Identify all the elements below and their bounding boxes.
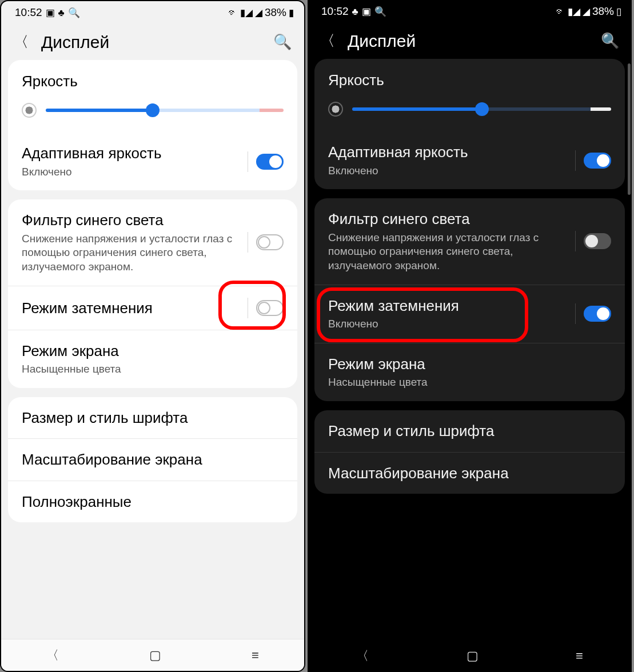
- brightness-slider[interactable]: [352, 107, 611, 111]
- bluefilter-toggle[interactable]: [584, 233, 611, 249]
- card-brightness: Яркость Адаптивная яркость Включено: [8, 60, 297, 190]
- card-font: Размер и стиль шрифта Масштабирование эк…: [314, 410, 625, 494]
- zoom-title: Масштабирование экрана: [328, 464, 611, 483]
- battery-pct: 38%: [592, 5, 614, 18]
- brightness-title: Яркость: [328, 71, 611, 89]
- nav-back-icon[interactable]: 〈: [46, 647, 59, 664]
- brightness-title: Яркость: [22, 73, 284, 90]
- card-display-options: Фильтр синего света Снижение напряжения …: [8, 199, 297, 388]
- row-brightness[interactable]: Яркость: [314, 59, 625, 131]
- brightness-thumb[interactable]: [475, 102, 489, 116]
- search-icon[interactable]: 🔍: [601, 32, 619, 50]
- usb-icon: ♣: [352, 7, 358, 17]
- usb-icon: ♣: [58, 8, 65, 18]
- battery-icon: ▮: [289, 8, 294, 18]
- bluefilter-sub: Снижение напряжения и усталости глаз с п…: [22, 232, 243, 274]
- row-zoom[interactable]: Масштабирование экрана: [8, 438, 297, 481]
- phone-dark: 10:52 ♣ ▣ 🔍 ᯤ ▮◢ ◢ 38% ▯ 〈 Дисплей 🔍 Ярк…: [308, 0, 632, 672]
- settings-content: Яркость Адаптивная яркость Включено: [308, 57, 632, 640]
- screenmode-title: Режим экрана: [22, 342, 284, 361]
- status-bar: 10:52 ♣ ▣ 🔍 ᯤ ▮◢ ◢ 38% ▯: [308, 0, 632, 23]
- adaptive-title: Адаптивная яркость: [22, 144, 243, 163]
- zoom-title: Масштабирование экрана: [22, 450, 284, 469]
- darkmode-title: Режим затемнения: [328, 297, 571, 315]
- darkmode-toggle[interactable]: [256, 300, 284, 316]
- header: 〈 Дисплей 🔍: [1, 24, 304, 58]
- divider: [575, 231, 576, 251]
- bluefilter-toggle[interactable]: [256, 234, 284, 250]
- row-screen-mode[interactable]: Режим экрана Насыщенные цвета: [314, 343, 625, 401]
- row-blue-filter[interactable]: Фильтр синего света Снижение напряжения …: [8, 199, 297, 286]
- phone-light: 10:52 ▣ ♣ 🔍 ᯤ ▮◢ ◢ 38% ▮ 〈 Дисплей 🔍 Ярк…: [0, 0, 305, 672]
- nav-recent-icon[interactable]: ≡: [576, 649, 583, 663]
- nav-home-icon[interactable]: ▢: [466, 649, 479, 663]
- search-status-icon: 🔍: [68, 8, 80, 18]
- fullscreen-title: Полноэкранные: [22, 493, 284, 511]
- darkmode-toggle[interactable]: [584, 306, 611, 322]
- screenmode-sub: Насыщенные цвета: [22, 362, 284, 377]
- status-bar: 10:52 ▣ ♣ 🔍 ᯤ ▮◢ ◢ 38% ▮: [1, 1, 304, 24]
- divider: [575, 150, 576, 171]
- font-title: Размер и стиль шрифта: [22, 409, 284, 427]
- divider: [248, 232, 248, 253]
- brightness-low-icon: [328, 102, 343, 117]
- divider: [248, 151, 248, 172]
- row-font[interactable]: Размер и стиль шрифта: [314, 410, 625, 452]
- row-brightness[interactable]: Яркость: [8, 60, 297, 133]
- status-time: 10:52: [321, 5, 349, 18]
- row-fullscreen[interactable]: Полноэкранные: [8, 481, 297, 523]
- page-title: Дисплей: [41, 33, 261, 52]
- adaptive-toggle[interactable]: [256, 154, 284, 170]
- signal2-icon: ◢: [583, 7, 590, 17]
- signal1-icon: ▮◢: [568, 7, 580, 17]
- row-adaptive-brightness[interactable]: Адаптивная яркость Включено: [8, 133, 297, 190]
- settings-content: Яркость Адаптивная яркость Включено: [1, 58, 304, 639]
- row-zoom[interactable]: Масштабирование экрана: [314, 452, 625, 494]
- screenmode-title: Режим экрана: [328, 355, 611, 374]
- row-font[interactable]: Размер и стиль шрифта: [8, 397, 297, 439]
- row-screen-mode[interactable]: Режим экрана Насыщенные цвета: [8, 330, 297, 388]
- back-icon[interactable]: 〈: [320, 31, 335, 51]
- card-font: Размер и стиль шрифта Масштабирование эк…: [8, 397, 297, 523]
- darkmode-title: Режим затемнения: [22, 299, 243, 318]
- wifi-icon: ᯤ: [228, 8, 238, 18]
- row-dark-mode[interactable]: Режим затемнения: [8, 286, 297, 330]
- divider: [248, 298, 248, 318]
- card-brightness: Яркость Адаптивная яркость Включено: [314, 59, 625, 189]
- adaptive-sub: Включено: [22, 165, 243, 179]
- row-adaptive-brightness[interactable]: Адаптивная яркость Включено: [314, 131, 625, 189]
- search-icon[interactable]: 🔍: [273, 33, 292, 51]
- back-icon[interactable]: 〈: [14, 32, 29, 52]
- page-title: Дисплей: [348, 31, 588, 51]
- nav-recent-icon[interactable]: ≡: [252, 648, 259, 663]
- status-time: 10:52: [15, 6, 42, 19]
- brightness-thumb[interactable]: [146, 103, 160, 117]
- signal1-icon: ▮◢: [240, 8, 253, 18]
- battery-pct: 38%: [265, 6, 286, 19]
- adaptive-sub: Включено: [328, 164, 571, 178]
- bluefilter-title: Фильтр синего света: [22, 211, 243, 230]
- row-dark-mode[interactable]: Режим затемнения Включено: [314, 285, 625, 343]
- nav-home-icon[interactable]: ▢: [149, 648, 161, 663]
- signal2-icon: ◢: [255, 8, 262, 18]
- screenmode-sub: Насыщенные цвета: [328, 375, 611, 390]
- row-blue-filter[interactable]: Фильтр синего света Снижение напряжения …: [314, 198, 625, 285]
- bluefilter-title: Фильтр синего света: [328, 210, 571, 229]
- brightness-low-icon: [22, 103, 37, 118]
- wifi-icon: ᯤ: [556, 7, 565, 17]
- adaptive-toggle[interactable]: [584, 153, 611, 169]
- darkmode-sub: Включено: [328, 317, 571, 331]
- bluefilter-sub: Снижение напряжения и усталости глаз с п…: [328, 231, 571, 273]
- card-display-options: Фильтр синего света Снижение напряжения …: [314, 198, 625, 401]
- nav-bar: 〈 ▢ ≡: [308, 640, 632, 672]
- divider: [575, 303, 576, 324]
- brightness-slider[interactable]: [46, 109, 284, 112]
- adaptive-title: Адаптивная яркость: [328, 143, 571, 162]
- nav-back-icon[interactable]: 〈: [356, 647, 369, 665]
- image-icon: ▣: [362, 7, 371, 17]
- nav-bar: 〈 ▢ ≡: [1, 639, 304, 671]
- scroll-indicator[interactable]: [628, 63, 631, 195]
- battery-icon: ▯: [616, 7, 621, 17]
- search-status-icon: 🔍: [374, 7, 386, 17]
- font-title: Размер и стиль шрифта: [328, 422, 611, 441]
